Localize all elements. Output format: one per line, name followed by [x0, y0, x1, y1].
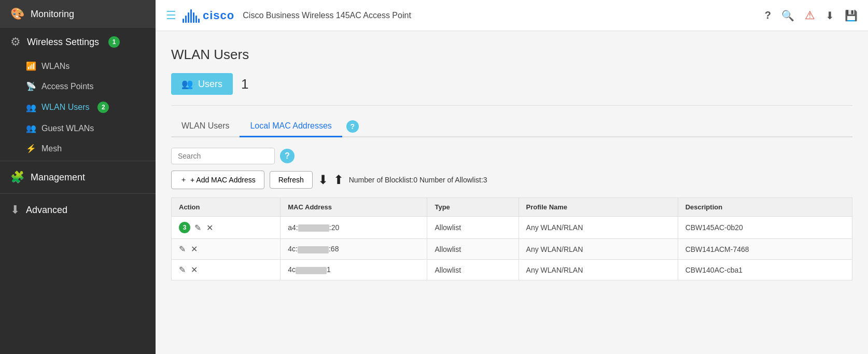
col-action: Action — [172, 198, 281, 217]
wlan-users-icon: 👥 — [26, 103, 36, 112]
edit-icon[interactable]: ✎ — [179, 244, 186, 254]
wlan-users-badge: 2 — [97, 102, 109, 113]
sidebar-item-mesh[interactable]: ⚡ Mesh — [0, 138, 156, 159]
col-profile: Profile Name — [519, 198, 678, 217]
users-tab-button[interactable]: 👥 Users — [171, 73, 233, 95]
allowlist-icon[interactable]: ⬆ — [333, 173, 344, 187]
sidebar: 🎨 Monitoring ⚙ Wireless Settings 1 📶 WLA… — [0, 0, 156, 354]
management-label: Management — [31, 172, 85, 183]
delete-icon[interactable]: ✕ — [206, 223, 213, 233]
blocklist-icon[interactable]: ⬇ — [318, 173, 328, 187]
description-cell: CBW141ACM-7468 — [678, 239, 852, 260]
description-cell: CBW145AC-0b20 — [678, 217, 852, 239]
search-input[interactable] — [171, 148, 275, 164]
alert-icon[interactable]: ⚠ — [805, 9, 815, 22]
page-content: WLAN Users 👥 Users 1 WLAN Users Local MA… — [156, 31, 868, 354]
wireless-settings-badge: 1 — [108, 36, 120, 48]
search-help-icon[interactable]: ? — [280, 149, 295, 163]
type-cell: Allowlist — [427, 239, 519, 260]
management-icon: 🧩 — [10, 171, 24, 184]
sidebar-item-wireless-settings[interactable]: ⚙ Wireless Settings 1 — [0, 28, 156, 56]
row-actions: ✎✕ — [179, 265, 198, 275]
mac-blur — [298, 246, 329, 253]
wlans-label: WLANs — [41, 62, 69, 71]
type-cell: Allowlist — [427, 260, 519, 280]
sidebar-item-wlans[interactable]: 📶 WLANs — [0, 56, 156, 76]
profile-cell: Any WLAN/RLAN — [519, 217, 678, 239]
access-points-icon: 📡 — [26, 81, 36, 91]
mesh-icon: ⚡ — [26, 144, 36, 153]
users-group-icon: 👥 — [181, 78, 193, 90]
mesh-label: Mesh — [41, 144, 62, 153]
table-row: ✎✕4c1AllowlistAny WLAN/RLANCBW140AC-cba1 — [172, 260, 852, 280]
row-actions: ✎✕ — [179, 244, 198, 254]
tab-local-mac[interactable]: Local MAC Addresses — [240, 116, 342, 137]
delete-icon[interactable]: ✕ — [191, 265, 198, 275]
actions-row: ＋ + Add MAC Address Refresh ⬇ ⬆ Number o… — [171, 171, 852, 189]
page-title: WLAN Users — [171, 47, 852, 63]
action-cell: ✎✕ — [172, 239, 281, 260]
users-count: 1 — [241, 76, 248, 92]
sidebar-item-management[interactable]: 🧩 Management — [0, 163, 156, 191]
edit-icon[interactable]: ✎ — [179, 265, 186, 275]
blocklist-info: Number of Blocklist:0 Number of Allowlis… — [349, 176, 487, 184]
profile-cell: Any WLAN/RLAN — [519, 260, 678, 280]
search-icon[interactable]: 🔍 — [781, 9, 794, 22]
tab-help-icon[interactable]: ? — [346, 120, 359, 133]
add-mac-button[interactable]: ＋ + Add MAC Address — [171, 171, 264, 189]
sidebar-monitoring-label: Monitoring — [31, 9, 74, 20]
delete-icon[interactable]: ✕ — [191, 244, 198, 254]
row-badge: 3 — [179, 222, 190, 233]
tab-wlan-users[interactable]: WLAN Users — [171, 116, 240, 137]
wlan-users-label: WLAN Users — [41, 103, 89, 112]
col-type: Type — [427, 198, 519, 217]
download-icon[interactable]: ⬇ — [825, 9, 834, 22]
save-icon[interactable]: 💾 — [845, 9, 858, 22]
cisco-bars-icon — [183, 8, 200, 23]
cisco-wordmark: cisco — [203, 9, 234, 22]
table-row: 3✎✕a4::20AllowlistAny WLAN/RLANCBW145AC-… — [172, 217, 852, 239]
action-cell: ✎✕ — [172, 260, 281, 280]
advanced-label: Advanced — [26, 205, 67, 216]
wireless-settings-icon: ⚙ — [10, 35, 21, 49]
sidebar-item-advanced[interactable]: ⬇ Advanced — [0, 196, 156, 224]
access-points-label: Access Points — [41, 82, 93, 91]
sidebar-sub-menu: 📶 WLANs 📡 Access Points 👥 WLAN Users 2 👥… — [0, 56, 156, 159]
guest-wlans-label: Guest WLANs — [41, 124, 94, 133]
row-actions: ✎✕ — [194, 223, 213, 233]
cisco-logo: cisco — [183, 8, 234, 23]
action-cell: 3✎✕ — [172, 217, 281, 239]
guest-wlans-icon: 👥 — [26, 123, 36, 133]
mac-table: Action MAC Address Type Profile Name Des… — [171, 197, 852, 280]
table-row: ✎✕4c::68AllowlistAny WLAN/RLANCBW141ACM-… — [172, 239, 852, 260]
header-icons: ? 🔍 ⚠ ⬇ 💾 — [765, 9, 858, 22]
divider-1 — [0, 161, 156, 161]
header: ☰ cisco Cisco Business Wireless 145AC Ac… — [156, 0, 868, 31]
hamburger-icon[interactable]: ☰ — [166, 9, 176, 22]
mac-blur — [298, 224, 329, 232]
separator — [171, 105, 852, 106]
sidebar-item-guest-wlans[interactable]: 👥 Guest WLANs — [0, 118, 156, 138]
divider-2 — [0, 193, 156, 194]
sidebar-item-monitoring[interactable]: 🎨 Monitoring — [0, 0, 156, 28]
mac-cell: 4c::68 — [281, 239, 427, 260]
tabs-bar: WLAN Users Local MAC Addresses ? — [171, 116, 852, 137]
help-icon[interactable]: ? — [765, 9, 771, 21]
mac-cell: a4::20 — [281, 217, 427, 239]
sidebar-item-wlan-users[interactable]: 👥 WLAN Users 2 — [0, 96, 156, 118]
mac-blur — [296, 267, 327, 274]
mac-cell: 4c1 — [281, 260, 427, 280]
advanced-icon: ⬇ — [10, 203, 20, 217]
header-title: Cisco Business Wireless 145AC Access Poi… — [243, 11, 411, 20]
sidebar-item-access-points[interactable]: 📡 Access Points — [0, 76, 156, 96]
monitoring-icon: 🎨 — [10, 7, 24, 21]
add-icon: ＋ — [180, 175, 187, 185]
profile-cell: Any WLAN/RLAN — [519, 239, 678, 260]
type-cell: Allowlist — [427, 217, 519, 239]
sidebar-wireless-label: Wireless Settings — [27, 37, 99, 48]
description-cell: CBW140AC-cba1 — [678, 260, 852, 280]
table-header-row: Action MAC Address Type Profile Name Des… — [172, 198, 852, 217]
main-content: ☰ cisco Cisco Business Wireless 145AC Ac… — [156, 0, 868, 354]
refresh-button[interactable]: Refresh — [270, 171, 313, 189]
edit-icon[interactable]: ✎ — [194, 223, 201, 233]
